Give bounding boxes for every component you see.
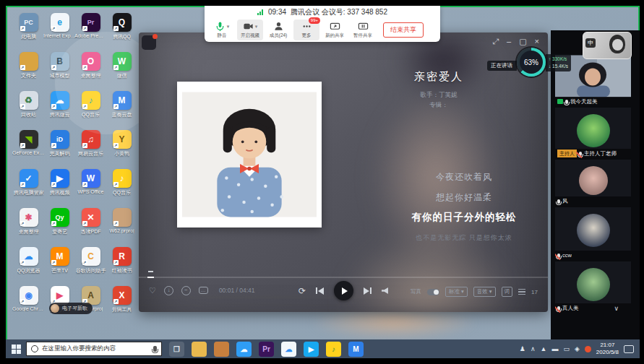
more-button[interactable]: 更多99+	[293, 20, 319, 40]
participant-tile-1[interactable]: 主持人主持人丁老师	[555, 108, 631, 158]
qq-browser-taskbar-icon[interactable]: ☁	[281, 342, 296, 357]
keyboard-icon[interactable]: ▭	[563, 345, 570, 352]
comment-icon[interactable]: …	[199, 287, 208, 294]
desktop-icon-25[interactable]: M芒果TV	[44, 247, 75, 286]
tencent-video-taskbar-icon[interactable]: ▶	[304, 342, 319, 357]
taskbar: 在这里输入你要搜索的内容 ❒☁Pr☁▶♪M ♟∧▲▬▭◈ 21:07 2020/…	[6, 339, 640, 358]
desktop-icon-7[interactable]: W微信	[106, 52, 137, 91]
desktop-icon-17[interactable]: ▶腾讯视频	[44, 169, 75, 208]
desktop-icon-18[interactable]: WWPS Office	[75, 169, 106, 208]
app-icon: ♪	[82, 91, 100, 110]
progress-knob[interactable]	[148, 271, 153, 272]
play-button[interactable]	[334, 281, 353, 300]
progress-bar[interactable]	[139, 277, 548, 278]
desktop-icon-10[interactable]: ♪QQ音乐	[75, 91, 106, 130]
loop-icon[interactable]: ⟳	[299, 286, 306, 296]
desktop-icon-19[interactable]: ♪QQ音乐	[106, 169, 137, 208]
quality-select[interactable]: 标准 ▾	[445, 287, 468, 297]
desktop-icon-21[interactable]: Qy爱奇艺	[44, 208, 75, 247]
download-icon[interactable]: ↓	[164, 286, 173, 295]
participant-tile-2[interactable]: 风	[555, 160, 631, 206]
chevron-down-icon[interactable]: ▾	[255, 24, 258, 30]
desktop-icon-9[interactable]: ☁腾讯微云	[44, 91, 75, 130]
app-icon: Q	[113, 13, 132, 32]
premiere-taskbar-icon[interactable]: Pr	[259, 342, 274, 357]
lanzou-taskbar-icon[interactable]: M	[348, 342, 364, 357]
participant-tile-3[interactable]: ccw	[555, 207, 631, 260]
desktop-icon-15[interactable]: Y小黄鸭	[106, 130, 137, 169]
app-icon: ♪	[113, 169, 132, 188]
desktop-icon-label: Google Chrome	[12, 306, 45, 311]
gauge-circle[interactable]: 63%	[517, 48, 546, 77]
dislike-icon[interactable]: −	[181, 286, 191, 295]
battery-icon[interactable]: ▬	[551, 345, 558, 352]
app-icon: W	[113, 52, 132, 71]
desktop-icon-5[interactable]: B城市模型	[44, 52, 75, 91]
members-button[interactable]: 成员(24)	[265, 20, 291, 40]
desktop-icon-4[interactable]: 文件夹	[13, 52, 44, 91]
participant-tile-4[interactable]: 真人美∨	[555, 261, 631, 313]
desktop-icon-8[interactable]: ♻回收站	[13, 91, 44, 130]
system-tray: ♟∧▲▬▭◈ 21:07 2020/5/8	[520, 342, 640, 356]
security-tray-icon[interactable]	[585, 346, 591, 352]
volume-icon[interactable]	[382, 287, 388, 294]
desktop-icon-2[interactable]: PrAdobe Premiere Pro	[75, 13, 106, 52]
desktop-icon-27[interactable]: R红袖读书	[106, 247, 137, 286]
floating-photo-overlay[interactable]: 中	[583, 32, 632, 59]
new-share-button[interactable]: 新的共享	[322, 20, 348, 40]
desktop-icon-12[interactable]: ◥GeForce Experience	[13, 130, 44, 169]
collapse-chevron-icon[interactable]: ∨	[614, 305, 619, 312]
desktop-icon-24[interactable]: ☁QQ浏览器	[13, 247, 44, 286]
input-indicator-icon[interactable]: ▲	[541, 345, 547, 352]
camera-button[interactable]: ▾开启视频	[237, 20, 263, 40]
chevron-down-icon[interactable]: ▾	[227, 24, 230, 30]
minimize-icon[interactable]: –	[507, 37, 511, 46]
desktop-icon-16[interactable]: ✓腾讯电脑管家	[13, 169, 44, 208]
favorite-icon[interactable]: ♡	[149, 285, 156, 295]
network-icon[interactable]: ◈	[575, 345, 580, 352]
previous-button[interactable]	[316, 287, 324, 295]
pause-share-button[interactable]: 暂停共享	[350, 20, 376, 40]
desktop-icon-20[interactable]: ✱桌面整理	[13, 208, 44, 247]
sound-effect-select[interactable]: 音效 ▾	[473, 287, 496, 297]
lyrics-toggle[interactable]: 词	[502, 287, 513, 297]
desktop-icon-6[interactable]: O桌面整理	[75, 52, 106, 91]
desktop-icon-11[interactable]: M蓝奏云盘	[106, 91, 137, 130]
playlist-icon[interactable]	[518, 289, 525, 295]
people-tray-icon[interactable]: ♟	[520, 345, 525, 352]
participant-avatar	[577, 114, 610, 147]
player-logo[interactable]	[142, 35, 156, 50]
notification-bubble[interactable]: 电子琴新歌	[49, 303, 93, 314]
performance-gauge[interactable]: 正在讲话 63% ↑ 330K/s ↓ 15.4K/s	[487, 55, 571, 77]
desktop-icon-label: 剪辑工具	[112, 306, 132, 313]
action-center-icon[interactable]	[624, 345, 634, 353]
desktop-icon-22[interactable]: ✕迅读PDF	[75, 208, 106, 247]
desktop-icon-23[interactable]: W62.prproj	[106, 208, 137, 247]
desktop-icon-26[interactable]: C谷歌访问助手	[75, 247, 106, 286]
close-icon[interactable]: ×	[535, 37, 539, 46]
desktop-icon-13[interactable]: iD完美解码	[44, 130, 75, 169]
start-button[interactable]	[6, 344, 26, 354]
desktop-icon-3[interactable]: Q腾讯QQ	[106, 13, 137, 52]
desktop-icon-31[interactable]: X剪辑工具	[106, 286, 137, 325]
microphone-button[interactable]: ▾静音	[209, 20, 235, 40]
task-view-taskbar-icon[interactable]: ❒	[169, 342, 184, 357]
desktop-icon-14[interactable]: ♫网易云音乐	[75, 130, 106, 169]
restore-icon[interactable]: ⤢	[492, 37, 499, 46]
desktop-icon-0[interactable]: PC此电脑	[13, 13, 44, 52]
desktop-icon-1[interactable]: eInternet Explorer	[44, 13, 75, 52]
taskbar-clock[interactable]: 21:07 2020/5/8	[596, 342, 619, 356]
desktop-icon-28[interactable]: ◉Google Chrome	[13, 286, 44, 325]
weiyun-taskbar-icon[interactable]: ☁	[236, 342, 252, 357]
participant-name: 风	[562, 198, 568, 205]
tray-expand-chevron-icon[interactable]: ∧	[531, 345, 536, 352]
store-taskbar-icon[interactable]	[214, 342, 229, 357]
photo-mode-toggle[interactable]	[427, 289, 439, 295]
end-share-button[interactable]: 结束共享	[383, 22, 424, 38]
next-button[interactable]	[364, 287, 372, 295]
maximize-icon[interactable]: ▢	[519, 37, 526, 46]
file-explorer-taskbar-icon[interactable]	[192, 342, 207, 357]
taskbar-search-input[interactable]: 在这里输入你要搜索的内容	[26, 342, 162, 356]
search-mic-icon[interactable]	[153, 346, 157, 352]
qq-music-taskbar-icon[interactable]: ♪	[326, 342, 341, 357]
